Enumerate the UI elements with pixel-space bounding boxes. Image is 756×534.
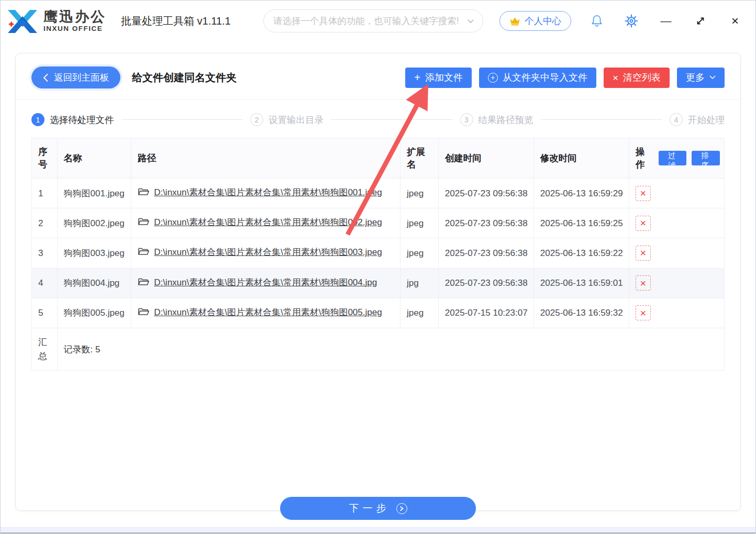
folder-icon <box>138 307 149 321</box>
cell-index: 3 <box>32 238 58 268</box>
summary-label: 汇总 <box>32 328 58 370</box>
file-path-link[interactable]: D:\inxun\素材合集\图片素材合集\常用素材\狗狗图002.jpeg <box>154 217 382 227</box>
cell-path: D:\inxun\素材合集\图片素材合集\常用素材\狗狗图004.jpg <box>131 268 401 298</box>
folder-icon <box>138 277 149 291</box>
file-path-link[interactable]: D:\inxun\素材合集\图片素材合集\常用素材\狗狗图003.jpeg <box>154 247 382 257</box>
file-path-link[interactable]: D:\inxun\素材合集\图片素材合集\常用素材\狗狗图004.jpg <box>154 277 377 287</box>
cell-name: 狗狗图003.jpeg <box>57 238 131 268</box>
delete-row-button[interactable]: × <box>636 246 651 261</box>
actions-label: 操作 <box>636 146 653 171</box>
notifications-button[interactable] <box>588 12 606 30</box>
delete-row-button[interactable]: × <box>636 216 651 231</box>
step-3-preview-paths: 3 结果路径预览 <box>460 113 533 126</box>
more-label: 更多 <box>686 71 705 84</box>
user-center-button[interactable]: 个人中心 <box>499 11 571 31</box>
table-row: 3 狗狗图003.jpeg D:\inxun\素材合集\图片素材合集\常用素材\… <box>32 238 725 268</box>
import-from-folder-button[interactable]: + 从文件夹中导入文件 <box>479 68 596 88</box>
add-files-button[interactable]: + 添加文件 <box>405 68 472 88</box>
step-1-select-files: 1 选择待处理文件 <box>31 113 114 126</box>
cell-name: 狗狗图005.jpeg <box>57 298 131 328</box>
sort-button[interactable]: 排序 <box>692 151 720 165</box>
cell-index: 1 <box>32 179 58 208</box>
close-button[interactable]: × <box>726 12 744 30</box>
clear-list-button[interactable]: × 清空列表 <box>604 68 670 88</box>
step-connector <box>541 119 663 120</box>
step-2-output-dir: 2 设置输出目录 <box>250 113 324 126</box>
step-indicator: 1 选择待处理文件 2 设置输出目录 3 结果路径预览 4 开始处理 <box>16 99 740 138</box>
x-logo-icon <box>6 7 39 35</box>
search-input[interactable] <box>273 16 467 27</box>
cell-name: 狗狗图001.jpeg <box>57 179 131 208</box>
cell-path: D:\inxun\素材合集\图片素材合集\常用素材\狗狗图003.jpeg <box>131 238 401 268</box>
page-title: 给文件创建同名文件夹 <box>132 71 237 85</box>
cell-modified: 2025-06-13 16:59:29 <box>533 179 629 208</box>
next-step-label: 下一步 <box>349 502 390 515</box>
table-row: 5 狗狗图005.jpeg D:\inxun\素材合集\图片素材合集\常用素材\… <box>32 298 725 328</box>
top-bar: 鹰迅办公 INXUN OFFICE 批量处理工具箱 v1.11.1 个人中心 <box>1 1 755 41</box>
filter-button[interactable]: 过滤 <box>659 151 687 165</box>
settings-button[interactable] <box>622 12 640 30</box>
cell-created: 2025-07-23 09:56:38 <box>438 238 533 268</box>
cell-ext: jpeg <box>400 179 438 208</box>
more-button[interactable]: 更多 <box>677 68 725 88</box>
col-header-modified: 修改时间 <box>533 138 629 179</box>
clear-list-label: 清空列表 <box>623 71 661 84</box>
step-number: 3 <box>460 113 473 126</box>
cell-created: 2025-07-15 10:23:07 <box>438 298 533 328</box>
minimize-button[interactable]: — <box>657 12 675 30</box>
col-header-name: 名称 <box>57 138 131 179</box>
chevron-left-icon <box>43 73 49 82</box>
cell-modified: 2025-06-13 16:59:32 <box>533 298 629 328</box>
app-title: 批量处理工具箱 v1.11.1 <box>121 14 231 28</box>
back-to-dashboard-button[interactable]: 返回到主面板 <box>31 66 120 88</box>
cell-name: 狗狗图002.jpeg <box>57 208 131 238</box>
main-panel: 返回到主面板 给文件创建同名文件夹 + 添加文件 + 从文件夹中导入文件 × 清… <box>15 53 741 511</box>
step-label: 选择待处理文件 <box>50 114 114 126</box>
window-bottom-edge <box>1 527 755 533</box>
cell-ext: jpeg <box>400 208 438 238</box>
table-row: 1 狗狗图001.jpeg D:\inxun\素材合集\图片素材合集\常用素材\… <box>32 179 725 208</box>
add-files-label: 添加文件 <box>425 71 463 84</box>
minimize-icon: — <box>661 15 672 27</box>
cell-modified: 2025-06-13 16:59:01 <box>533 268 629 298</box>
step-number: 2 <box>250 113 263 126</box>
next-step-button[interactable]: 下一步 <box>280 497 476 520</box>
delete-row-button[interactable]: × <box>636 186 651 201</box>
user-center-label: 个人中心 <box>525 15 561 27</box>
cell-name: 狗狗图004.jpg <box>57 268 131 298</box>
delete-icon: × <box>640 308 647 318</box>
chevron-down-icon[interactable] <box>467 19 474 24</box>
summary-value: 记录数: 5 <box>57 328 724 370</box>
folder-icon <box>138 187 149 201</box>
step-connector <box>121 119 243 120</box>
app-logo: 鹰迅办公 INXUN OFFICE <box>6 7 106 35</box>
cell-path: D:\inxun\素材合集\图片素材合集\常用素材\狗狗图002.jpeg <box>131 208 401 238</box>
table-row: 2 狗狗图002.jpeg D:\inxun\素材合集\图片素材合集\常用素材\… <box>32 208 725 238</box>
plus-icon: + <box>414 72 420 83</box>
step-number: 1 <box>31 113 45 126</box>
folder-icon <box>138 247 149 261</box>
file-path-link[interactable]: D:\inxun\素材合集\图片素材合集\常用素材\狗狗图005.jpeg <box>154 307 382 317</box>
cell-ext: jpeg <box>400 238 438 268</box>
resize-icon <box>695 16 706 26</box>
delete-row-button[interactable]: × <box>636 305 651 320</box>
back-button-label: 返回到主面板 <box>54 71 109 84</box>
delete-icon: × <box>640 278 647 288</box>
step-connector <box>331 119 453 120</box>
brand-name-cn: 鹰迅办公 <box>43 9 106 24</box>
table-row: 4 狗狗图004.jpg D:\inxun\素材合集\图片素材合集\常用素材\狗… <box>32 268 725 298</box>
cell-created: 2025-07-23 09:56:38 <box>438 179 533 208</box>
cell-index: 4 <box>32 268 58 298</box>
import-folder-label: 从文件夹中导入文件 <box>503 71 587 84</box>
cell-created: 2025-07-23 09:56:38 <box>438 208 533 238</box>
step-number: 4 <box>670 113 683 126</box>
delete-row-button[interactable]: × <box>636 275 651 291</box>
step-label: 设置输出目录 <box>269 114 324 126</box>
function-search[interactable] <box>263 9 483 32</box>
folder-icon <box>138 217 149 231</box>
col-header-path: 路径 <box>131 138 401 179</box>
cell-modified: 2025-06-13 16:59:25 <box>533 208 629 238</box>
app-window: 鹰迅办公 INXUN OFFICE 批量处理工具箱 v1.11.1 个人中心 <box>0 0 756 534</box>
maximize-button[interactable] <box>692 12 709 30</box>
file-path-link[interactable]: D:\inxun\素材合集\图片素材合集\常用素材\狗狗图001.jpeg <box>154 187 382 197</box>
